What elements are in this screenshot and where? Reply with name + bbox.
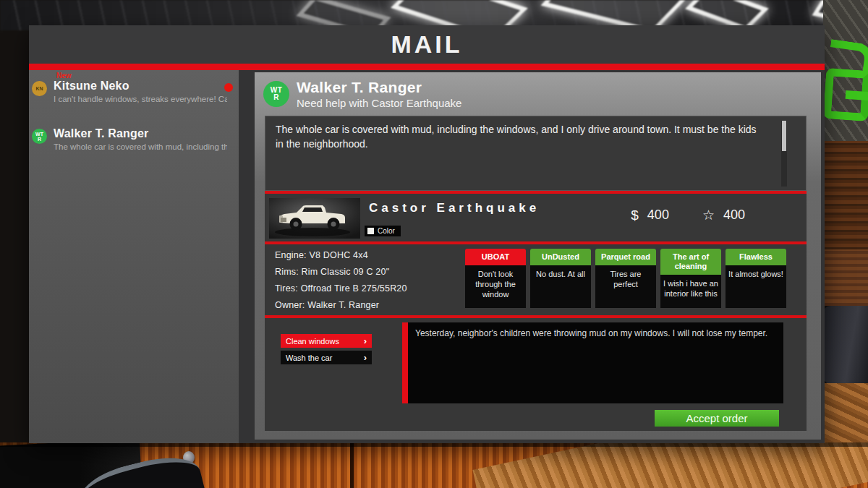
mail-list-item-walker-ranger[interactable]: WT R Walker T. Ranger The whole car is c… <box>29 118 239 155</box>
garage-wall-background <box>823 0 868 488</box>
drawer-seam <box>350 442 354 488</box>
accept-row: Accept order <box>265 406 807 431</box>
sender-name: Walker T. Ranger <box>54 127 227 140</box>
car-name: Castor Earthquake <box>369 201 540 215</box>
task-wash-the-car[interactable]: Wash the car › <box>281 351 372 364</box>
new-badge <box>56 119 231 127</box>
color-swatch <box>367 228 374 234</box>
mail-window: MAIL New KN Kitsune Neko I can't handle … <box>29 25 825 443</box>
desk-surface <box>472 442 868 488</box>
scrollbar-thumb[interactable] <box>782 121 786 151</box>
perk-undusted: UnDusted No dust. At all <box>530 249 591 308</box>
avatar: KN <box>32 81 47 96</box>
message-preview: I can't handle windows, streaks everywhe… <box>54 95 227 103</box>
message-preview: The whole car is covered with mud, inclu… <box>54 142 227 151</box>
money-reward: $ 400 <box>631 207 669 223</box>
email-body-text: The whole car is covered with mud, inclu… <box>265 116 801 152</box>
title-bar: MAIL <box>29 25 825 64</box>
screen: MAIL New KN Kitsune Neko I can't handle … <box>0 0 868 488</box>
perk-uboat: UBOAT Don't look through the window <box>465 249 526 308</box>
car-section: Castor Earthquake Color $ 400 ☆ <box>265 194 807 241</box>
page-title: MAIL <box>391 30 462 59</box>
avatar: WT R <box>263 81 289 107</box>
email-header: WT R Walker T. Ranger Need help with Cas… <box>255 72 821 116</box>
perk-badges: UBOAT Don't look through the window UnDu… <box>465 249 786 308</box>
mail-list: New KN Kitsune Neko I can't handle windo… <box>29 70 239 443</box>
accept-order-button[interactable]: Accept order <box>655 410 779 427</box>
desk-background <box>0 442 868 488</box>
mail-list-item-kitsune-neko[interactable]: New KN Kitsune Neko I can't handle windo… <box>29 70 239 108</box>
header-divider <box>29 64 825 70</box>
star-icon: ☆ <box>702 207 715 223</box>
car-specs: Engine: V8 DOHC 4x4 Rims: Rim Classic 09… <box>275 250 407 317</box>
unread-indicator <box>224 83 233 92</box>
spec-rims: Rims: Rim Classic 09 C 20" <box>275 267 407 277</box>
email-panel: WT R Walker T. Ranger Need help with Cas… <box>255 72 821 440</box>
wood-cabinet <box>823 141 868 249</box>
email-content: The whole car is covered with mud, inclu… <box>265 116 807 431</box>
new-badge: New <box>56 72 231 80</box>
perk-flawless: Flawless It almost glows! <box>726 249 786 308</box>
perk-parquet-road: Parquet road Tires are perfect <box>595 249 656 308</box>
rewards: $ 400 ☆ 400 <box>631 207 745 223</box>
email-sender: Walker T. Ranger <box>297 79 461 96</box>
experience-value: 400 <box>723 207 745 223</box>
perk-art-of-cleaning: The art of cleaning I wish i have an int… <box>660 249 721 308</box>
car-color-chip: Color <box>365 226 401 236</box>
sender-name: Kitsune Neko <box>54 80 227 93</box>
experience-reward: ☆ 400 <box>702 207 745 223</box>
color-label: Color <box>378 227 395 235</box>
chevron-right-icon: › <box>364 352 367 363</box>
avatar: WT R <box>32 129 47 144</box>
email-subject: Need help with Castor Earthquake <box>297 97 461 109</box>
task-clean-windows[interactable]: Clean windows › <box>281 334 372 348</box>
task-list: Clean windows › Wash the car › <box>281 334 372 367</box>
window-content: New KN Kitsune Neko I can't handle windo… <box>29 70 825 443</box>
spec-engine: Engine: V8 DOHC 4x4 <box>275 250 407 260</box>
scrollbar[interactable] <box>781 121 787 187</box>
customer-note: Yesterday, neighbor's children were thro… <box>402 322 783 403</box>
money-icon: $ <box>631 207 639 223</box>
spec-tires: Tires: Offroad Tire B 275/55R20 <box>275 283 407 294</box>
chevron-right-icon: › <box>364 335 367 346</box>
specs-section: Engine: V8 DOHC 4x4 Rims: Rim Classic 09… <box>265 244 807 315</box>
graffiti-logo <box>823 68 868 121</box>
spec-owner: Owner: Walker T. Ranger <box>275 300 407 310</box>
desk-device <box>823 306 868 385</box>
email-body: The whole car is covered with mud, inclu… <box>265 116 807 191</box>
tasks-section: Clean windows › Wash the car › Yesterday… <box>265 318 807 406</box>
wood-shelf <box>823 249 868 306</box>
money-value: 400 <box>647 207 669 223</box>
car-image <box>269 198 360 239</box>
